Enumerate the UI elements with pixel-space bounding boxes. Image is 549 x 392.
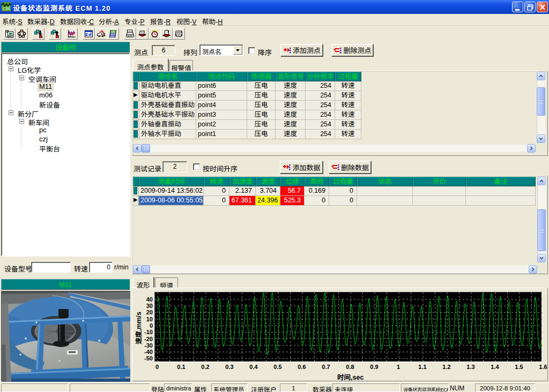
svg-text:CM: CM <box>3 6 10 11</box>
